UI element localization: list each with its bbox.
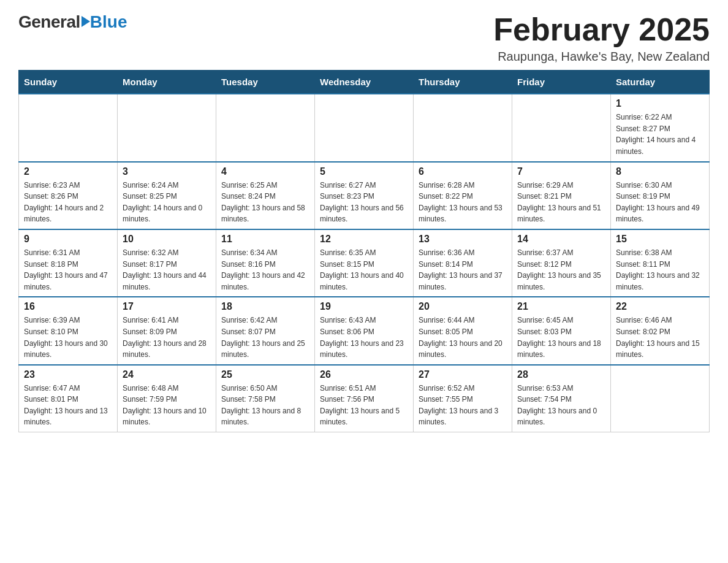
day-number: 24 [123,369,211,380]
weekday-header-tuesday: Tuesday [216,71,315,94]
day-number: 22 [616,301,704,312]
weekday-header-thursday: Thursday [414,71,512,94]
calendar-cell: 12Sunrise: 6:35 AMSunset: 8:15 PMDayligh… [315,229,414,297]
day-info: Sunrise: 6:32 AMSunset: 8:17 PMDaylight:… [123,247,211,293]
weekday-header-saturday: Saturday [611,71,710,94]
calendar-cell: 4Sunrise: 6:25 AMSunset: 8:24 PMDaylight… [216,162,315,229]
day-number: 15 [616,234,704,245]
day-info: Sunrise: 6:50 AMSunset: 7:58 PMDaylight:… [221,383,309,428]
calendar-cell [216,94,315,161]
weekday-header-wednesday: Wednesday [315,71,414,94]
calendar-week-row: 16Sunrise: 6:39 AMSunset: 8:10 PMDayligh… [19,297,710,364]
calendar-cell: 5Sunrise: 6:27 AMSunset: 8:23 PMDaylight… [315,162,414,229]
day-info: Sunrise: 6:43 AMSunset: 8:06 PMDaylight:… [320,315,408,360]
calendar-cell: 17Sunrise: 6:41 AMSunset: 8:09 PMDayligh… [118,297,216,364]
day-info: Sunrise: 6:31 AMSunset: 8:18 PMDaylight:… [24,247,112,293]
location-subtitle: Raupunga, Hawke's Bay, New Zealand [493,50,710,64]
day-number: 20 [419,301,507,312]
page-header: General Blue February 2025 Raupunga, Haw… [18,12,710,64]
calendar-week-row: 23Sunrise: 6:47 AMSunset: 8:01 PMDayligh… [19,365,710,432]
day-number: 21 [517,301,605,312]
day-info: Sunrise: 6:39 AMSunset: 8:10 PMDaylight:… [24,315,112,360]
logo-blue-text: Blue [90,12,127,32]
weekday-header-friday: Friday [512,71,611,94]
day-info: Sunrise: 6:46 AMSunset: 8:02 PMDaylight:… [616,315,704,360]
day-number: 26 [320,369,408,380]
logo-arrow-icon [82,16,90,27]
calendar-week-row: 1Sunrise: 6:22 AMSunset: 8:27 PMDaylight… [19,94,710,161]
day-info: Sunrise: 6:42 AMSunset: 8:07 PMDaylight:… [221,315,309,360]
day-number: 9 [24,234,112,245]
calendar-cell: 22Sunrise: 6:46 AMSunset: 8:02 PMDayligh… [611,297,710,364]
calendar-cell: 20Sunrise: 6:44 AMSunset: 8:05 PMDayligh… [414,297,512,364]
calendar-cell: 15Sunrise: 6:38 AMSunset: 8:11 PMDayligh… [611,229,710,297]
day-number: 3 [123,166,211,177]
calendar-cell [512,94,611,161]
weekday-header-sunday: Sunday [19,71,118,94]
calendar-week-row: 9Sunrise: 6:31 AMSunset: 8:18 PMDaylight… [19,229,710,297]
day-info: Sunrise: 6:38 AMSunset: 8:11 PMDaylight:… [616,247,704,293]
calendar-cell [611,365,710,432]
day-info: Sunrise: 6:48 AMSunset: 7:59 PMDaylight:… [123,383,211,428]
day-number: 6 [419,166,507,177]
logo-blue-part: Blue [80,12,127,32]
day-info: Sunrise: 6:27 AMSunset: 8:23 PMDaylight:… [320,180,408,225]
day-info: Sunrise: 6:37 AMSunset: 8:12 PMDaylight:… [517,247,605,293]
day-info: Sunrise: 6:51 AMSunset: 7:56 PMDaylight:… [320,383,408,428]
day-info: Sunrise: 6:45 AMSunset: 8:03 PMDaylight:… [517,315,605,360]
day-number: 28 [517,369,605,380]
calendar-cell: 1Sunrise: 6:22 AMSunset: 8:27 PMDaylight… [611,94,710,161]
day-number: 16 [24,301,112,312]
calendar-cell: 6Sunrise: 6:28 AMSunset: 8:22 PMDaylight… [414,162,512,229]
calendar-cell [414,94,512,161]
calendar-cell: 18Sunrise: 6:42 AMSunset: 8:07 PMDayligh… [216,297,315,364]
day-info: Sunrise: 6:23 AMSunset: 8:26 PMDaylight:… [24,180,112,225]
calendar-cell: 2Sunrise: 6:23 AMSunset: 8:26 PMDaylight… [19,162,118,229]
weekday-header-monday: Monday [118,71,216,94]
calendar-cell: 10Sunrise: 6:32 AMSunset: 8:17 PMDayligh… [118,229,216,297]
calendar-cell: 14Sunrise: 6:37 AMSunset: 8:12 PMDayligh… [512,229,611,297]
day-number: 2 [24,166,112,177]
day-info: Sunrise: 6:36 AMSunset: 8:14 PMDaylight:… [419,247,507,293]
month-title: February 2025 [493,12,710,47]
day-number: 10 [123,234,211,245]
day-info: Sunrise: 6:29 AMSunset: 8:21 PMDaylight:… [517,180,605,225]
day-number: 19 [320,301,408,312]
calendar-cell: 7Sunrise: 6:29 AMSunset: 8:21 PMDaylight… [512,162,611,229]
day-info: Sunrise: 6:53 AMSunset: 7:54 PMDaylight:… [517,383,605,428]
day-number: 13 [419,234,507,245]
calendar-cell: 3Sunrise: 6:24 AMSunset: 8:25 PMDaylight… [118,162,216,229]
logo: General Blue [18,12,127,32]
day-number: 8 [616,166,704,177]
day-number: 4 [221,166,309,177]
day-info: Sunrise: 6:22 AMSunset: 8:27 PMDaylight:… [616,112,704,157]
calendar-cell: 25Sunrise: 6:50 AMSunset: 7:58 PMDayligh… [216,365,315,432]
day-number: 27 [419,369,507,380]
day-info: Sunrise: 6:35 AMSunset: 8:15 PMDaylight:… [320,247,408,293]
calendar-cell: 8Sunrise: 6:30 AMSunset: 8:19 PMDaylight… [611,162,710,229]
day-info: Sunrise: 6:24 AMSunset: 8:25 PMDaylight:… [123,180,211,225]
calendar-cell: 26Sunrise: 6:51 AMSunset: 7:56 PMDayligh… [315,365,414,432]
day-info: Sunrise: 6:41 AMSunset: 8:09 PMDaylight:… [123,315,211,360]
day-number: 17 [123,301,211,312]
day-number: 12 [320,234,408,245]
day-number: 7 [517,166,605,177]
day-info: Sunrise: 6:34 AMSunset: 8:16 PMDaylight:… [221,247,309,293]
calendar-cell: 21Sunrise: 6:45 AMSunset: 8:03 PMDayligh… [512,297,611,364]
day-info: Sunrise: 6:30 AMSunset: 8:19 PMDaylight:… [616,180,704,225]
calendar-cell: 27Sunrise: 6:52 AMSunset: 7:55 PMDayligh… [414,365,512,432]
calendar-cell [315,94,414,161]
day-number: 23 [24,369,112,380]
title-section: February 2025 Raupunga, Hawke's Bay, New… [493,12,710,64]
logo-general-text: General [18,12,80,32]
calendar-cell: 11Sunrise: 6:34 AMSunset: 8:16 PMDayligh… [216,229,315,297]
calendar-week-row: 2Sunrise: 6:23 AMSunset: 8:26 PMDaylight… [19,162,710,229]
calendar-table: SundayMondayTuesdayWednesdayThursdayFrid… [18,70,710,432]
day-info: Sunrise: 6:25 AMSunset: 8:24 PMDaylight:… [221,180,309,225]
day-info: Sunrise: 6:47 AMSunset: 8:01 PMDaylight:… [24,383,112,428]
calendar-cell: 24Sunrise: 6:48 AMSunset: 7:59 PMDayligh… [118,365,216,432]
calendar-cell: 28Sunrise: 6:53 AMSunset: 7:54 PMDayligh… [512,365,611,432]
day-number: 5 [320,166,408,177]
day-number: 1 [616,98,704,109]
calendar-cell: 23Sunrise: 6:47 AMSunset: 8:01 PMDayligh… [19,365,118,432]
